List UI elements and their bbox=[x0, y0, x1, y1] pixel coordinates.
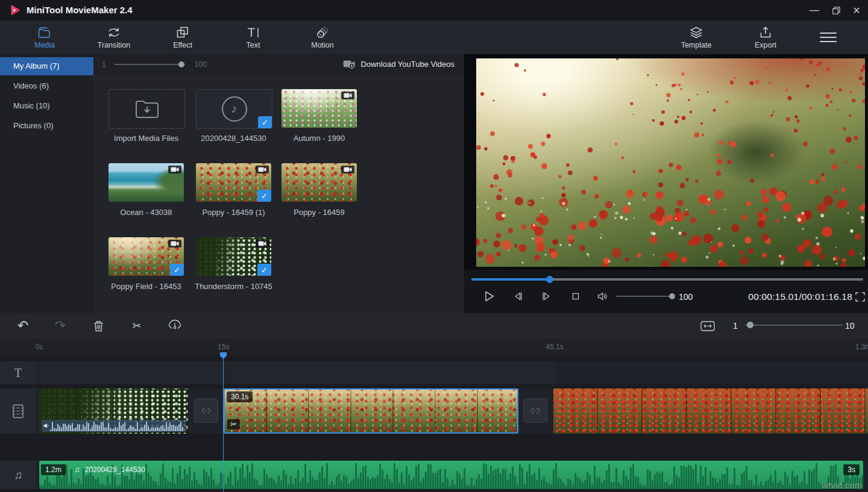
progress-handle[interactable] bbox=[546, 276, 553, 283]
media-item-video[interactable]: ✓ bbox=[108, 237, 184, 276]
waveform-graphic bbox=[50, 420, 184, 431]
ruler-label: 1.3m bbox=[855, 343, 868, 351]
app-logo-icon bbox=[8, 4, 21, 17]
music-clip-name: 20200428_144530 bbox=[85, 466, 145, 474]
media-item-label: Ocean - 43038 bbox=[104, 208, 189, 217]
tab-transition[interactable]: Transition bbox=[88, 23, 140, 52]
video-camera-icon bbox=[256, 166, 269, 173]
media-item-label: Thunderstorm - 10745 bbox=[191, 282, 276, 291]
timeline-zoom-max: 10 bbox=[845, 321, 855, 331]
tab-label: Motion bbox=[311, 41, 334, 49]
music-waveform-graphic bbox=[39, 461, 863, 489]
preview-canvas bbox=[464, 54, 868, 270]
timeline-zoom-handle[interactable] bbox=[747, 322, 753, 328]
sidebar-item-my-album[interactable]: My Album (7) bbox=[0, 57, 93, 75]
timeline-clip-thunderstorm[interactable] bbox=[39, 388, 188, 434]
restore-button[interactable] bbox=[826, 0, 846, 20]
selected-check-icon: ✓ bbox=[258, 116, 272, 128]
template-button[interactable]: Template bbox=[670, 23, 722, 52]
app-window: MiniTool MovieMaker 2.4 — ✕ MediaTransit… bbox=[0, 0, 868, 492]
tab-label: Text bbox=[247, 41, 260, 49]
video-download-icon bbox=[343, 60, 356, 69]
timeline-zoom-min: 1 bbox=[733, 321, 738, 331]
media-item-video[interactable]: ✓ bbox=[196, 163, 271, 202]
media-item-video[interactable] bbox=[281, 163, 357, 202]
download-youtube-button[interactable]: Download YouTube Videos bbox=[343, 54, 454, 74]
text-icon bbox=[246, 26, 260, 39]
thumb-zoom-min: 1 bbox=[102, 60, 106, 69]
media-item-video[interactable]: ✓ bbox=[196, 237, 271, 276]
tab-label: Media bbox=[34, 41, 55, 49]
tab-text[interactable]: Text bbox=[227, 23, 279, 52]
action-label: Template bbox=[681, 41, 712, 49]
import-media-button[interactable] bbox=[108, 89, 185, 129]
video-camera-icon bbox=[168, 240, 181, 248]
clip-volume-icon bbox=[43, 422, 50, 429]
media-item-video[interactable] bbox=[281, 89, 357, 128]
timeline-toolbar: ↶ ↷ ✂ 1 10 bbox=[0, 313, 868, 338]
tab-label: Transition bbox=[98, 41, 130, 49]
media-panel: 1 100 Download YouTube Videos Import Med… bbox=[93, 54, 464, 313]
split-button[interactable]: ✂ bbox=[128, 318, 145, 334]
stop-button[interactable] bbox=[567, 287, 585, 306]
timeline-ruler[interactable]: 0s15s45.1s1.3m bbox=[0, 338, 868, 355]
next-frame-button[interactable] bbox=[538, 287, 556, 306]
export-icon bbox=[758, 26, 773, 39]
close-button[interactable]: ✕ bbox=[846, 0, 867, 20]
clip-split-badge[interactable]: ✂ bbox=[227, 419, 240, 429]
template-icon bbox=[689, 26, 703, 39]
volume-value: 100 bbox=[679, 292, 693, 302]
library-sidebar: My Album (7)Videos (6)Music (10)Pictures… bbox=[0, 54, 93, 313]
volume-handle[interactable] bbox=[669, 293, 675, 299]
poppy-field-overlay bbox=[476, 58, 865, 267]
video-track[interactable]: 30.1s ✂ bbox=[0, 388, 868, 434]
volume-slider[interactable] bbox=[616, 296, 674, 297]
previous-frame-button[interactable] bbox=[509, 287, 527, 306]
thumb-zoom-handle[interactable] bbox=[178, 61, 184, 67]
media-item-audio[interactable]: ♪✓ bbox=[196, 89, 272, 129]
selected-check-icon: ✓ bbox=[170, 264, 184, 276]
timeline-music-clip[interactable]: 1.2m ♫ 20200428_144530 3s bbox=[39, 461, 863, 489]
menu-button[interactable] bbox=[820, 33, 837, 42]
timeline-zoom-slider[interactable] bbox=[745, 325, 843, 326]
export-button[interactable]: Export bbox=[740, 23, 791, 52]
media-item-label: Autumn - 1990 bbox=[277, 134, 362, 143]
delete-button[interactable] bbox=[90, 318, 107, 334]
music-end-badge: 3s bbox=[843, 464, 860, 475]
clip-audio-waveform bbox=[42, 420, 186, 432]
playback-progress-bar[interactable] bbox=[471, 276, 863, 283]
timeline-clip-poppy[interactable] bbox=[553, 388, 868, 434]
import-folder-icon bbox=[135, 99, 159, 119]
transition-slot-2[interactable] bbox=[523, 399, 547, 423]
action-label: Export bbox=[755, 41, 776, 49]
music-clip-title: ♫ 20200428_144530 bbox=[74, 465, 145, 474]
text-track[interactable]: T bbox=[0, 361, 868, 384]
thumb-zoom-slider[interactable] bbox=[114, 64, 185, 65]
minimize-button[interactable]: — bbox=[804, 0, 825, 20]
thumb-zoom-max: 100 bbox=[195, 60, 207, 69]
playhead[interactable] bbox=[223, 352, 224, 492]
fit-timeline-button[interactable] bbox=[699, 318, 716, 334]
sidebar-item-pictures[interactable]: Pictures (0) bbox=[0, 117, 93, 135]
ruler-label: 15s bbox=[218, 343, 229, 351]
timeline-clip-selected[interactable]: 30.1s ✂ bbox=[224, 388, 518, 434]
motion-icon bbox=[315, 26, 330, 39]
redo-button[interactable]: ↷ bbox=[52, 318, 69, 334]
transition-icon bbox=[106, 26, 122, 39]
speed-button[interactable] bbox=[166, 318, 183, 334]
undo-button[interactable]: ↶ bbox=[14, 318, 31, 334]
mute-button[interactable] bbox=[593, 287, 611, 306]
tab-effect[interactable]: Effect bbox=[157, 23, 209, 52]
audio-file-icon: ♪ bbox=[222, 96, 247, 122]
play-button[interactable] bbox=[480, 287, 498, 306]
tab-media[interactable]: Media bbox=[19, 23, 71, 52]
media-item-video[interactable] bbox=[108, 163, 184, 202]
fullscreen-button[interactable] bbox=[854, 290, 867, 304]
time-display: 00:00:15.01/00:01:16.18 bbox=[748, 291, 852, 302]
media-item-label: 20200428_144530 bbox=[191, 134, 276, 143]
sidebar-item-videos[interactable]: Videos (6) bbox=[0, 77, 93, 95]
transition-slot-1[interactable] bbox=[194, 399, 218, 423]
tab-motion[interactable]: Motion bbox=[297, 23, 348, 52]
sidebar-item-music[interactable]: Music (10) bbox=[0, 97, 93, 115]
app-title: MiniTool MovieMaker 2.4 bbox=[27, 0, 133, 20]
